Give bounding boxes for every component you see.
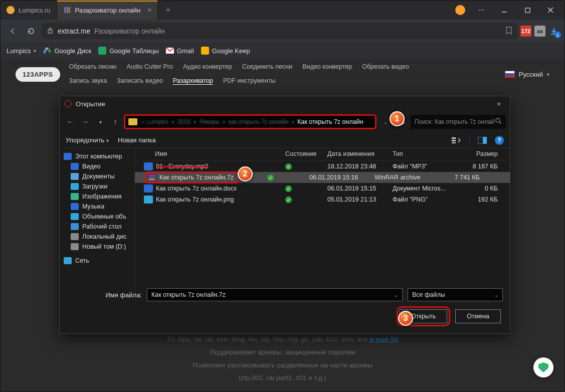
- yandex-zen-icon[interactable]: [455, 5, 465, 15]
- bookmark-gkeep[interactable]: Google Keep: [201, 47, 250, 55]
- filename-input[interactable]: Как открыть 7z онлайн.7z ⌄: [147, 288, 403, 301]
- bookmark-gdrive[interactable]: Google Диск: [43, 47, 91, 55]
- reload-button[interactable]: [24, 24, 39, 39]
- nav-link[interactable]: Соединить песни: [242, 61, 292, 73]
- bookmark-lumpics[interactable]: Lumpics ▾: [7, 47, 36, 55]
- nav-back-button[interactable]: ←: [64, 118, 77, 126]
- path-breadcrumb[interactable]: « Lumpics› 2019› Январь› как открыть 7z …: [124, 114, 376, 129]
- url-box[interactable]: extract.me Разархиватор онлайн: [42, 23, 517, 39]
- page-info-text: 7z, zipx, rar, tar, exe, dmg, iso, zip, …: [1, 333, 564, 384]
- nav-up-button[interactable]: ↑: [109, 118, 122, 126]
- synced-icon: ✓: [285, 197, 292, 203]
- docx-file-icon: [144, 184, 153, 192]
- file-row-selected[interactable]: Как открыть 7z онлайн.7z ✓ 06.01.2019 15…: [135, 172, 510, 183]
- logo-123apps[interactable]: 123APPS: [16, 67, 60, 82]
- dialog-footer: Имя файла: Как открыть 7z онлайн.7z ⌄ Вс…: [60, 285, 510, 333]
- back-button[interactable]: [6, 24, 21, 39]
- svg-rect-0: [64, 7, 66, 13]
- maximize-button[interactable]: [516, 3, 538, 17]
- svg-rect-21: [149, 175, 155, 176]
- nav-link[interactable]: Запись звука: [69, 75, 107, 87]
- nav-link[interactable]: Audio Cutter Pro: [126, 61, 172, 73]
- minimize-button[interactable]: [493, 3, 515, 17]
- nav-link[interactable]: Обрезать видео: [362, 61, 409, 73]
- sidebar-desktop[interactable]: Рабочий стол: [60, 222, 134, 232]
- file-list-header[interactable]: Имя Состояние Дата изменения Тип Размер: [135, 148, 510, 161]
- tab-lumpics[interactable]: Lumpics.ru: [1, 1, 57, 20]
- tab-label: Разархиватор онлайн: [75, 7, 141, 14]
- site-topnav: 123APPS Обрезать песню Audio Cutter Pro …: [1, 59, 564, 90]
- gsheets-icon: [98, 47, 106, 55]
- close-tab-icon[interactable]: ×: [147, 6, 151, 14]
- dialog-titlebar: Открытие ×: [60, 96, 510, 111]
- nav-link-active[interactable]: Разархиватор: [173, 75, 213, 87]
- dialog-title: Открытие: [76, 100, 105, 108]
- preview-pane-button[interactable]: [476, 135, 489, 145]
- sidebar-this-pc[interactable]: Этот компьютер: [60, 151, 134, 161]
- svg-rect-7: [48, 30, 52, 33]
- svg-line-14: [499, 122, 501, 124]
- flag-ru-icon: [505, 71, 515, 78]
- nav-forward-button[interactable]: →: [79, 118, 92, 126]
- svg-rect-22: [149, 177, 155, 178]
- sidebar-video[interactable]: Видео: [60, 161, 134, 171]
- new-folder-button[interactable]: Новая папка: [118, 136, 156, 144]
- nav-link[interactable]: Обрезать песню: [69, 61, 117, 73]
- svg-rect-2: [69, 7, 70, 13]
- close-window-button[interactable]: [539, 3, 561, 17]
- downloads-icon: [71, 183, 79, 190]
- extension-lastfm-icon[interactable]: as: [534, 26, 545, 37]
- sidebar-downloads[interactable]: Загрузки: [60, 181, 134, 191]
- more-formats-link[interactable]: и ещё 54: [370, 335, 398, 343]
- new-tab-button[interactable]: +: [158, 1, 178, 20]
- nav-history-button[interactable]: ▾: [94, 119, 107, 125]
- dialog-toolbar: Упорядочить ▾ Новая папка ?: [60, 132, 510, 148]
- search-icon: [495, 118, 502, 126]
- bookmark-icon[interactable]: [505, 27, 512, 36]
- file-row[interactable]: Как открыть 7z онлайн.docx ✓ 06.01.2019 …: [135, 183, 510, 194]
- view-mode-button[interactable]: [450, 135, 463, 145]
- nav-link[interactable]: Аудио конвертер: [183, 61, 232, 73]
- extension-adblock-icon[interactable]: 172: [520, 26, 531, 37]
- dialog-sidebar: Этот компьютер Видео Документы Загрузки …: [60, 148, 135, 294]
- file-type-filter[interactable]: Все файлы ⌄: [408, 288, 503, 301]
- music-icon: [71, 203, 79, 210]
- disk-icon: [71, 243, 79, 250]
- sidebar-images[interactable]: Изображения: [60, 191, 134, 202]
- sidebar-documents[interactable]: Документы: [60, 171, 134, 181]
- sidebar-3dobjects[interactable]: Объемные объ: [60, 212, 134, 222]
- downloads-button[interactable]: 1: [548, 26, 559, 37]
- synced-icon: ✓: [285, 185, 292, 192]
- nav-link[interactable]: Видео конвертер: [302, 61, 352, 73]
- security-badge[interactable]: [533, 357, 553, 377]
- sidebar-disk-d[interactable]: Новый том (D:): [60, 242, 134, 252]
- synced-icon: ✓: [267, 174, 274, 181]
- sidebar-local-disk[interactable]: Локальный дис: [60, 232, 134, 242]
- dialog-close-button[interactable]: ×: [493, 96, 505, 111]
- sidebar-music[interactable]: Музыка: [60, 202, 134, 212]
- organize-button[interactable]: Упорядочить ▾: [66, 136, 109, 144]
- language-selector[interactable]: Русский ▾: [505, 71, 549, 78]
- file-row[interactable]: Как открыть 7z онлайн.png ✓ 05.01.2019 2…: [135, 194, 510, 205]
- search-input[interactable]: Поиск: Как открыть 7z онлай: [411, 115, 506, 129]
- chevron-down-icon[interactable]: ⌄: [494, 292, 498, 298]
- dialog-nav: ← → ▾ ↑ « Lumpics› 2019› Январь› как отк…: [60, 111, 510, 132]
- cancel-button[interactable]: Отмена: [455, 309, 501, 323]
- nav-link[interactable]: Записать видео: [117, 75, 163, 87]
- help-button[interactable]: ⋯: [470, 3, 492, 17]
- shield-icon: [538, 362, 548, 372]
- gkeep-icon: [201, 47, 209, 55]
- help-icon[interactable]: ?: [495, 136, 504, 145]
- sidebar-network[interactable]: Сеть: [60, 256, 134, 266]
- file-row[interactable]: 01 - Everyday.mp3 ✓ 18.12.2018 23:48 Фай…: [135, 161, 510, 172]
- svg-point-13: [496, 118, 500, 122]
- tab-extract[interactable]: Разархиватор онлайн ×: [57, 1, 158, 20]
- images-icon: [71, 193, 79, 200]
- archive-file-icon: [147, 173, 156, 181]
- nav-link[interactable]: PDF инструменты: [223, 75, 275, 87]
- bookmark-gmail[interactable]: Gmail: [166, 47, 194, 55]
- bookmark-gsheets[interactable]: Google Таблицы: [98, 47, 159, 55]
- chevron-down-icon[interactable]: ⌄: [394, 292, 398, 298]
- search-placeholder: Поиск: Как открыть 7z онлай: [415, 118, 494, 125]
- extract-favicon: [63, 6, 71, 14]
